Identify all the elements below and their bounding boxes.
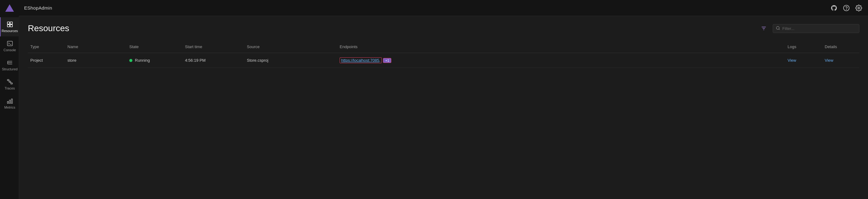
- col-logs: Logs: [785, 43, 822, 50]
- svg-point-24: [776, 26, 779, 29]
- state-label: Running: [135, 58, 150, 63]
- svg-rect-16: [9, 100, 10, 103]
- cell-type: Project: [28, 56, 65, 65]
- sidebar-nav: Resources Console Structured: [0, 16, 19, 113]
- col-source: Source: [244, 43, 337, 50]
- svg-rect-10: [7, 80, 9, 81]
- running-dot-icon: [129, 59, 132, 62]
- sidebar-item-label-structured: Structured: [2, 67, 18, 71]
- logo-triangle-icon: [5, 4, 14, 12]
- sidebar-item-traces[interactable]: Traces: [0, 75, 19, 94]
- svg-point-20: [858, 7, 860, 9]
- sidebar: Resources Console Structured: [0, 0, 19, 199]
- main-area: EShopAdmin: [19, 0, 868, 199]
- logs-view-link[interactable]: View: [787, 58, 796, 63]
- table-row: Project store Running 4:56:19 PM Store.c…: [28, 53, 859, 68]
- resources-icon: [6, 21, 13, 28]
- col-state: State: [127, 43, 183, 50]
- table-header: Type Name State Start time Source Endpoi…: [28, 41, 859, 53]
- sidebar-item-resources[interactable]: Resources: [0, 17, 19, 36]
- sidebar-item-label-traces: Traces: [5, 86, 15, 90]
- structured-icon: [6, 59, 13, 66]
- sidebar-item-structured[interactable]: Structured: [0, 55, 19, 75]
- topbar-app-title: EShopAdmin: [24, 5, 52, 10]
- page-content: Resources: [19, 16, 868, 199]
- page-title: Resources: [28, 24, 69, 33]
- endpoint-cell: https://localhost:7085, +1: [340, 57, 783, 63]
- svg-rect-3: [10, 25, 12, 27]
- svg-rect-15: [7, 102, 8, 103]
- svg-line-13: [8, 81, 10, 81]
- cell-name: store: [65, 56, 127, 65]
- settings-icon[interactable]: [855, 4, 863, 12]
- topbar: EShopAdmin: [19, 0, 868, 16]
- col-start-time: Start time: [183, 43, 244, 50]
- svg-rect-11: [9, 81, 11, 82]
- state-running: Running: [129, 58, 180, 63]
- sidebar-item-label-resources: Resources: [2, 29, 18, 33]
- col-name: Name: [65, 43, 127, 50]
- cell-state: Running: [127, 56, 183, 65]
- github-icon[interactable]: [830, 4, 838, 12]
- endpoint-badge[interactable]: +1: [383, 58, 391, 63]
- svg-rect-4: [7, 41, 12, 46]
- cell-source: Store.csproj: [244, 56, 337, 65]
- traces-icon: [6, 78, 13, 85]
- details-view-link[interactable]: View: [825, 58, 833, 63]
- page-header: Resources: [28, 24, 859, 33]
- endpoint-link[interactable]: https://localhost:7085,: [340, 57, 382, 63]
- help-icon[interactable]: [842, 4, 851, 12]
- sidebar-item-label-metrics: Metrics: [4, 106, 15, 109]
- header-actions: [758, 24, 859, 33]
- cell-endpoints: https://localhost:7085, +1: [337, 55, 785, 65]
- cell-details: View: [822, 56, 859, 65]
- col-type: Type: [28, 43, 65, 50]
- console-icon: [6, 40, 13, 47]
- resources-table: Type Name State Start time Source Endpoi…: [28, 41, 859, 68]
- svg-rect-17: [11, 99, 12, 104]
- cell-start-time: 4:56:19 PM: [183, 56, 244, 65]
- svg-line-25: [779, 29, 780, 30]
- filter-input[interactable]: [773, 24, 859, 33]
- svg-rect-1: [10, 22, 12, 24]
- filter-toggle-button[interactable]: [758, 25, 769, 32]
- col-details: Details: [822, 43, 859, 50]
- sidebar-item-metrics[interactable]: Metrics: [0, 94, 19, 113]
- cell-logs: View: [785, 56, 822, 65]
- sidebar-item-console[interactable]: Console: [0, 36, 19, 55]
- topbar-icon-group: [830, 4, 863, 12]
- metrics-icon: [6, 97, 13, 104]
- filter-input-wrap: [773, 24, 859, 33]
- svg-rect-12: [10, 83, 12, 84]
- svg-line-14: [10, 82, 12, 83]
- search-icon: [776, 26, 780, 31]
- sidebar-item-label-console: Console: [3, 48, 16, 52]
- svg-rect-0: [7, 22, 9, 24]
- app-logo: [0, 0, 19, 16]
- svg-rect-2: [7, 25, 9, 27]
- col-endpoints: Endpoints: [337, 43, 785, 50]
